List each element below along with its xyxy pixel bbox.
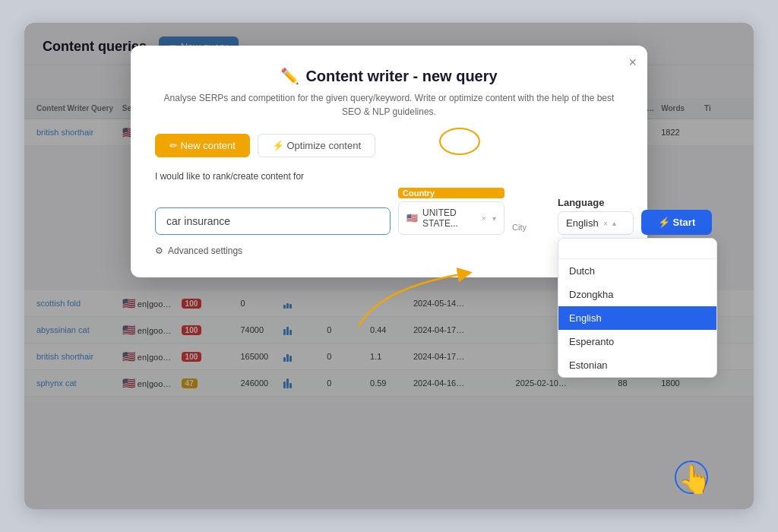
city-field-group: City (512, 223, 550, 235)
country-arrow: ▾ (492, 214, 496, 223)
lang-option-estonian[interactable]: Estonian (558, 353, 716, 377)
language-search-input[interactable] (558, 239, 716, 259)
optimize-content-button[interactable]: ⚡ Optimize content (258, 134, 375, 157)
language-dropdown: Dutch Dzongkha English Esperanto Estonia… (558, 238, 717, 378)
modal-close-button[interactable]: × (628, 55, 637, 71)
lang-option-dutch[interactable]: Dutch (558, 259, 716, 283)
start-button[interactable]: ⚡ Start (641, 210, 712, 235)
modal: × ✏️ Content writer - new query Analyse … (131, 46, 647, 277)
mode-buttons: ✏ New content ⚡ Optimize content (155, 134, 623, 157)
lang-option-esperanto[interactable]: Esperanto (558, 330, 716, 353)
country-field-group: Country 🇺🇸 UNITED STATE... × ▾ (398, 188, 504, 235)
country-label: Country (398, 188, 504, 198)
modal-subtitle: Analyse SERPs and competition for the gi… (155, 91, 623, 119)
fields-row: Country 🇺🇸 UNITED STATE... × ▾ City Lang… (155, 188, 623, 235)
language-label: Language (558, 197, 634, 208)
lang-option-english[interactable]: English (558, 306, 716, 330)
cursor-ring (675, 461, 708, 494)
language-arrow: ▴ (612, 219, 616, 227)
modal-icon: ✏️ (280, 67, 299, 85)
city-label: City (512, 223, 550, 232)
language-value: English (566, 217, 599, 229)
language-field-group: Language English × ▴ Dutch Dzongkha Engl… (558, 197, 634, 235)
language-select[interactable]: English × ▴ (558, 211, 634, 235)
country-flag: 🇺🇸 (406, 213, 418, 223)
country-remove[interactable]: × (482, 214, 486, 223)
country-value: UNITED STATE... (422, 207, 476, 229)
language-remove[interactable]: × (603, 219, 608, 228)
lang-option-dzongkha[interactable]: Dzongkha (558, 283, 716, 306)
cursor-hand: 👆 (678, 464, 712, 496)
modal-title: ✏️ Content writer - new query (155, 67, 623, 85)
query-field-group (155, 207, 391, 235)
form-label: I would like to rank/create content for (155, 171, 623, 182)
advanced-settings-row[interactable]: ⚙ Advanced settings (155, 245, 623, 256)
new-content-button[interactable]: ✏ New content (155, 134, 250, 157)
advanced-settings-label: Advanced settings (168, 245, 242, 256)
settings-icon: ⚙ (155, 245, 163, 256)
modal-overlay: × ✏️ Content writer - new query Analyse … (24, 23, 754, 509)
country-select[interactable]: 🇺🇸 UNITED STATE... × ▾ (398, 201, 504, 235)
query-input[interactable] (155, 207, 391, 235)
annotation-arrow (328, 266, 480, 357)
